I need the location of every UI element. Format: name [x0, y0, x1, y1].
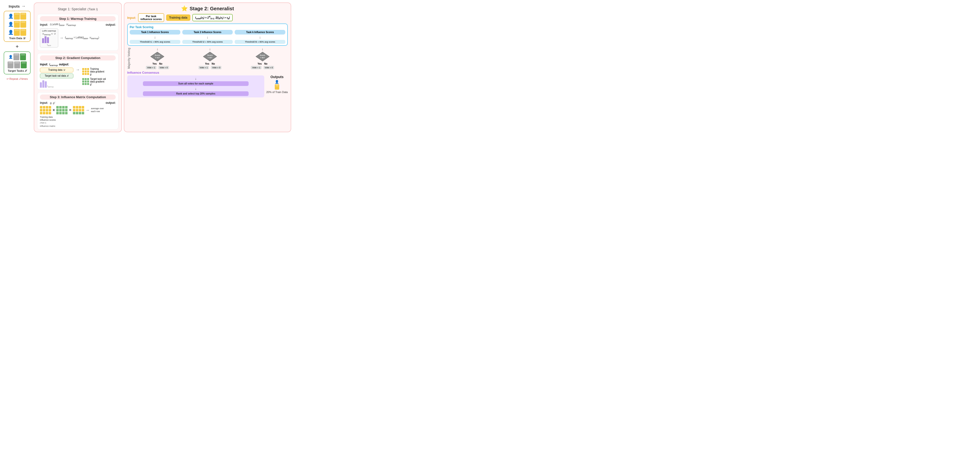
step3-input-label: input:	[40, 101, 48, 105]
diamond2-text: Score> t2?	[207, 54, 213, 59]
step2-box: Step 2: Gradient Computation input: fwar…	[37, 53, 118, 90]
yes2: Yes	[205, 62, 209, 65]
step2-arrow: →	[76, 68, 80, 72]
step3-output-label: output:	[106, 101, 116, 105]
taskk-threshold: Threshold tk = 80% avg scores	[235, 40, 285, 44]
purple-bars	[42, 36, 49, 43]
fbase-label: fbase	[47, 44, 51, 46]
step1-output-eq: fwarmup = LoRA(fbase, 𝒟warmup)	[65, 36, 99, 40]
left-panel: Inputs → 👤 👤 👤	[2, 2, 32, 132]
taskk-down-arrow: ↓	[259, 35, 261, 39]
diamond1-text: Score> t1?	[154, 54, 160, 59]
target-tasks-icons: 👤	[6, 53, 28, 68]
target-tasks-label: Target Tasks 𝒯	[8, 69, 26, 72]
output-percent: 20% of Train Data	[266, 91, 288, 94]
vote1-2: Vote = 1	[199, 66, 209, 69]
step1-header: Step 1: Warmup Training	[40, 16, 116, 21]
matrix2	[56, 106, 68, 114]
lora-line1: LoRA warmup	[42, 30, 56, 32]
target-chip: Target task val data 𝒯ᵢ	[40, 73, 73, 78]
step2-bars	[40, 80, 47, 88]
diamond3-text: Score> tk?	[260, 54, 265, 59]
consensus-item1: Sum all votes for each sample	[143, 81, 248, 86]
no2: No	[212, 62, 215, 65]
inputs-label: Inputs	[9, 4, 20, 8]
voting-col1: ↓ Score> t1? Yes No Vote = 1 Vote = 0	[132, 47, 183, 69]
matrix-arrow: →	[86, 108, 89, 112]
lora-line2: 𝒟warmup ⊂ 𝒟	[42, 33, 56, 36]
vote-boxes2: Vote = 1 Vote = 0	[199, 66, 222, 69]
matrix3	[73, 106, 84, 114]
train-data-icons: 👤 👤 👤	[6, 13, 28, 36]
output-doc: 👤	[275, 80, 279, 89]
task2-threshold: Threshold t2 = 80% avg scores	[182, 40, 233, 44]
taskk-col: Task k Influence Scores ↓ Threshold tk =…	[235, 30, 285, 44]
task1-threshold: Threshold t1 = 80% avg scores	[130, 40, 180, 44]
voting-col2: ↓ Score> t2? Yes No Vote = 1 Vote = 0	[185, 47, 235, 69]
fwarmup-label: fwarmup	[47, 85, 54, 88]
step2-output-label: output:	[59, 63, 69, 66]
task2-col: Task 2 Influence Scores ↓ Threshold t2 =…	[182, 30, 233, 44]
task-cols: Task 1 Influence Scores ↓ Threshold t1 =…	[130, 30, 285, 44]
star-icon: ⭐	[181, 5, 188, 12]
stage2-panel: ⭐ Stage 2: Generalist Input: Per task in…	[124, 2, 291, 132]
consensus-section: Influence Consensus ↓ Sum all votes for …	[127, 71, 288, 97]
task1-down-arrow: ↓	[154, 35, 156, 39]
majority-label: Majority Voting	[127, 48, 130, 69]
matrix1	[40, 106, 51, 114]
per-task-title: Per Task Scoring	[130, 25, 285, 29]
consensus-left: Influence Consensus ↓ Sum all votes for …	[127, 71, 264, 97]
voting-cols: ↓ Score> t1? Yes No Vote = 1 Vote = 0	[132, 47, 288, 69]
step1-arrow: →	[60, 36, 64, 40]
step3-box: Step 3: Influence Matrix Computation inp…	[37, 92, 118, 129]
diamond2: Score> t2?	[203, 51, 217, 62]
training-data-box: Training data	[166, 14, 190, 21]
training-data-chip: Training data 𝒟	[40, 68, 73, 72]
per-task-box: Per task influence scores	[138, 13, 164, 22]
vote0-2: Vote = 0	[211, 66, 221, 69]
yes1: Yes	[153, 62, 157, 65]
influence-matrix-label: influence matrix	[40, 125, 55, 127]
yes-no-row2: Yes No	[205, 62, 215, 65]
voting-col3: ↓ Score> tk? Yes No Vote = 1 Vote = 0	[237, 47, 288, 69]
vote0-3: Vote = 0	[264, 66, 274, 69]
stage2-title: ⭐ Stage 2: Generalist	[127, 5, 288, 12]
lora-box: LoRA warmup 𝒟warmup ⊂ 𝒟 fbase	[40, 29, 58, 47]
step3-header: Step 3: Influence Matrix Computation	[40, 94, 116, 100]
formula-box: Ivote(zi) = ΣKk=1 𝟙[Ik(zi) > τk]	[192, 14, 233, 21]
majority-section: Majority Voting ↓ Score> t1? Yes No	[127, 47, 288, 69]
train-data-box: 👤 👤 👤 Train Data 𝒟	[4, 11, 30, 42]
vote1-1: Vote = 1	[146, 66, 156, 69]
vote0-1: Vote = 0	[158, 66, 169, 69]
step2-right-col: Training data gradient g	[82, 68, 116, 86]
repeat-text: ↩ Repeat 𝒯 times	[6, 77, 28, 81]
yes-no-row1: Yes No	[153, 62, 162, 65]
no3: No	[264, 62, 267, 65]
step2-header: Step 2: Gradient Computation	[40, 55, 116, 61]
multiply-symbol: ×	[52, 108, 55, 112]
per-task-section: Per Task Scoring Task 1 Influence Scores…	[127, 24, 288, 46]
step3-input-text: g, g'	[50, 101, 55, 104]
step1-input-label: input:	[40, 23, 48, 26]
step1-box: Step 1: Warmup Training input: LLaVA fba…	[37, 14, 118, 51]
stage2-input-row: Input: Per task influence scores Trainin…	[127, 13, 288, 22]
consensus-box: ↓ Sum all votes for each sample ↓ Rank a…	[127, 75, 264, 97]
step2-left-col: Training data 𝒟 Target task val data 𝒯ᵢ …	[40, 68, 73, 88]
step1-input-text: LLaVA fbase, 𝒟warmup	[50, 23, 76, 26]
outputs-section: Outputs 👤 20% of Train Data	[266, 71, 288, 97]
vote-boxes3: Vote = 1 Vote = 0	[251, 66, 274, 69]
yes3: Yes	[258, 62, 262, 65]
step2-input-text: fwarmup	[49, 63, 58, 66]
vote1-3: Vote = 1	[251, 66, 261, 69]
taskk-score: Task k Influence Scores	[235, 30, 285, 35]
diamond3: Score> tk?	[255, 51, 270, 62]
vote-boxes1: Vote = 1 Vote = 0	[146, 66, 169, 69]
train-data-label: Train Data 𝒟	[9, 37, 25, 40]
yes-no-row3: Yes No	[258, 62, 267, 65]
task1-score: Task 1 Influence Scores	[130, 30, 180, 35]
outputs-title: Outputs	[270, 75, 283, 79]
consensus-title: Influence Consensus	[127, 71, 264, 75]
inputs-header: Inputs →	[9, 4, 26, 9]
grad2-label: Target task val data gradient g'	[90, 78, 106, 86]
diamond1: Score> t1?	[150, 51, 165, 62]
